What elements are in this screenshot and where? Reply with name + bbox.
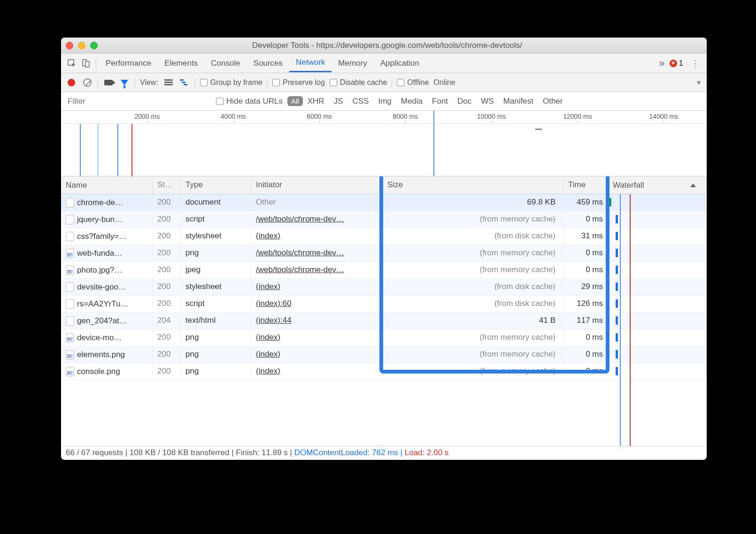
online-select[interactable]: Online [433,78,455,87]
filter-toggle-icon[interactable] [119,77,130,88]
request-name: device-mo… [77,333,122,343]
more-tabs-icon[interactable]: » [659,57,664,69]
initiator-link[interactable]: (index) [256,366,280,375]
filter-type-font[interactable]: Font [427,97,453,106]
initiator-link[interactable]: /web/tools/chrome-dev… [256,265,344,274]
request-time: 0 ms [563,329,608,346]
request-name: console.png [77,367,120,376]
tab-sources[interactable]: Sources [247,53,289,73]
preserve-log-checkbox[interactable]: Preserve log [272,78,325,87]
request-name: chrome-de… [77,198,123,207]
status-finish: Finish: 11.89 s [236,448,288,457]
col-initiator[interactable]: Initiator [251,176,383,194]
screenshots-icon[interactable] [103,77,114,88]
device-toolbar-icon[interactable] [79,56,93,70]
col-size[interactable]: Size [383,176,563,194]
tab-application[interactable]: Application [374,53,426,73]
table-row[interactable]: jquery-bun…200script/web/tools/chrome-de… [61,211,707,228]
sort-ascending-icon [690,183,696,187]
view-waterfall-icon[interactable] [179,77,190,88]
timeline-tick: 10000 ms [477,113,506,120]
filter-bar: Hide data URLs All XHRJSCSSImgMediaFontD… [61,92,707,111]
document-file-icon [66,316,74,326]
status-transferred: 108 KB / 108 KB transferred [130,448,230,457]
network-toolbar: View: Group by frame Preserve log Disabl… [61,73,707,92]
col-status[interactable]: St… [153,176,181,194]
tab-performance[interactable]: Performance [99,53,158,73]
col-type[interactable]: Type [181,176,251,194]
window-titlebar: Developer Tools - https://developers.goo… [61,38,707,53]
request-type: text/html [181,313,251,329]
request-time: 459 ms [563,194,608,211]
request-size: (from memory cache) [383,329,563,346]
filter-type-other[interactable]: Other [538,97,568,106]
filter-type-js[interactable]: JS [329,97,348,106]
timeline-overview[interactable]: 2000 ms4000 ms6000 ms8000 ms10000 ms1200… [61,111,707,176]
timeline-tick: 6000 ms [307,113,332,120]
filter-type-media[interactable]: Media [396,97,427,106]
initiator-link[interactable]: (index):44 [256,316,292,325]
initiator-link[interactable]: (index) [256,231,280,240]
filter-input[interactable] [61,92,216,110]
table-row[interactable]: chrome-de…200documentOther69.8 KB459 ms [61,194,707,211]
request-name: photo.jpg?… [77,266,122,275]
initiator-link[interactable]: (index):60 [256,299,292,308]
traffic-lights [66,42,98,49]
initiator-link[interactable]: /web/tools/chrome-dev… [256,214,344,223]
throttling-dropdown-icon[interactable]: ▼ [695,79,702,86]
filter-type-doc[interactable]: Doc [453,97,476,106]
request-size: (from memory cache) [383,245,563,261]
request-waterfall-cell [608,245,707,261]
tab-console[interactable]: Console [204,53,247,73]
panel-tabstrip: PerformanceElementsConsoleSourcesNetwork… [61,53,707,73]
col-time[interactable]: Time [563,176,608,194]
error-badge[interactable]: ✕ 1 [670,59,683,68]
table-row[interactable]: photo.jpg?…200jpeg/web/tools/chrome-dev…… [61,262,707,279]
filter-all-pill[interactable]: All [287,96,303,106]
filter-type-ws[interactable]: WS [476,97,498,106]
zoom-window-button[interactable] [90,42,98,49]
minimize-window-button[interactable] [78,42,85,49]
tab-memory[interactable]: Memory [332,53,373,73]
request-size: (from disk cache) [383,228,563,244]
initiator-link[interactable]: /web/tools/chrome-dev… [256,248,344,257]
status-load: Load: 2.00 s [405,448,449,457]
request-time: 0 ms [563,346,608,363]
view-large-icon[interactable] [163,77,174,88]
disable-cache-checkbox[interactable]: Disable cache [330,78,387,87]
table-row[interactable]: console.png200png(index)(from memory cac… [61,363,707,380]
request-time: 117 ms [563,313,608,329]
tab-network[interactable]: Network [289,53,332,73]
initiator-link[interactable]: (index) [256,333,280,342]
close-window-button[interactable] [66,42,73,49]
tab-elements[interactable]: Elements [158,53,204,73]
filter-type-manifest[interactable]: Manifest [499,97,538,106]
table-row[interactable]: device-mo…200png(index)(from memory cach… [61,329,707,346]
group-by-frame-checkbox[interactable]: Group by frame [200,78,262,87]
devtools-menu-icon[interactable]: ⋮ [688,58,703,69]
request-type: stylesheet [181,228,251,244]
error-dot-icon: ✕ [670,60,677,67]
filter-type-xhr[interactable]: XHR [303,97,329,106]
table-row[interactable]: devsite-goo…200stylesheet(index)(from di… [61,279,707,296]
request-type: script [181,211,251,228]
table-row[interactable]: rs=AA2YrTu…200script(index):60(from disk… [61,296,707,313]
table-row[interactable]: gen_204?at…204text/html(index):4441 B117… [61,313,707,329]
table-row[interactable]: elements.png200png(index)(from memory ca… [61,346,707,363]
table-row[interactable]: web-funda…200png/web/tools/chrome-dev…(f… [61,245,707,262]
record-button[interactable] [66,77,77,88]
initiator-link[interactable]: (index) [256,350,280,359]
clear-button[interactable] [82,77,93,88]
table-row[interactable]: css?family=…200stylesheet(index)(from di… [61,228,707,245]
request-size: 41 B [383,313,563,329]
hide-data-urls-checkbox[interactable]: Hide data URLs [216,97,283,106]
document-file-icon [66,215,74,224]
col-waterfall[interactable]: Waterfall [608,176,707,194]
filter-type-css[interactable]: CSS [347,97,373,106]
col-name[interactable]: Name [61,176,153,194]
initiator-link[interactable]: (index) [256,282,280,291]
offline-checkbox[interactable]: Offline [397,78,429,87]
inspect-element-icon[interactable] [65,56,79,70]
request-time: 0 ms [563,262,608,278]
filter-type-img[interactable]: Img [373,97,396,106]
